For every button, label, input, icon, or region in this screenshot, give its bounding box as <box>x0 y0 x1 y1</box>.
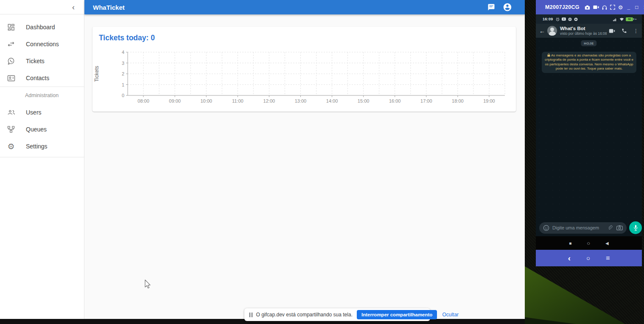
svg-text:Tickets: Tickets <box>94 66 100 82</box>
app-notification-icon <box>574 17 578 21</box>
app-title: WhaTicket <box>93 4 125 11</box>
contact-info[interactable]: What's Bot visto por último hoje às 16:0… <box>560 26 607 36</box>
sidebar-item-connections[interactable]: Connections <box>0 36 84 53</box>
date-chip: HOJE <box>581 40 596 46</box>
mirror-menu-button[interactable]: ≡ <box>606 255 610 262</box>
sidebar-item-settings[interactable]: ⚙ Settings <box>0 138 84 155</box>
screenshot-camera-icon[interactable] <box>585 5 590 10</box>
account-menu-button[interactable] <box>499 0 515 14</box>
sidebar-item-label: Tickets <box>26 58 45 64</box>
svg-text:16:00: 16:00 <box>389 98 401 103</box>
whatsapp-icon <box>6 56 16 66</box>
svg-text:3: 3 <box>122 61 124 66</box>
home-button[interactable]: ○ <box>587 240 590 246</box>
screen-share-bar: O gifcap.dev está compartilhando sua tel… <box>244 308 430 321</box>
app-notification-icon <box>568 17 572 21</box>
people-icon <box>6 108 16 117</box>
window-minimize-button[interactable]: _ <box>627 5 630 10</box>
sidebar-item-label: Queues <box>26 126 47 133</box>
svg-text:18:00: 18:00 <box>452 98 464 103</box>
svg-text:17:00: 17:00 <box>420 98 432 103</box>
message-input-pill[interactable] <box>539 222 627 234</box>
contact-card-icon <box>6 73 16 83</box>
sidebar-item-label: Contacts <box>26 75 49 81</box>
android-nav-bar: ■ ○ ◀ <box>536 236 642 250</box>
sidebar-divider <box>0 157 84 157</box>
sidebar-item-tickets[interactable]: Tickets <box>0 53 84 70</box>
emoji-icon[interactable] <box>543 225 549 231</box>
sidebar-item-queues[interactable]: Queues <box>0 121 84 138</box>
chat-icon <box>487 3 495 11</box>
sidebar-item-contacts[interactable]: Contacts <box>0 70 84 87</box>
android-status-bar: 16:09 60 + <box>536 14 642 24</box>
sidebar: ‹ Dashboard Connections Tickets Contacts <box>0 0 84 324</box>
window-maximize-button[interactable]: □ <box>635 5 638 10</box>
whatsapp-chat-header: ← What's Bot visto por último hoje às 16… <box>536 24 642 38</box>
sidebar-item-users[interactable]: Users <box>0 104 84 121</box>
svg-text:10:00: 10:00 <box>200 98 212 103</box>
svg-text:19:00: 19:00 <box>483 98 495 103</box>
chart-title: Tickets today: 0 <box>99 34 155 42</box>
signal-strength-icon <box>613 17 618 21</box>
voice-record-button[interactable] <box>629 221 642 234</box>
chat-area: HOJE As mensagens e as chamadas são prot… <box>536 38 642 236</box>
back-button[interactable]: ◀ <box>605 241 609 246</box>
svg-text:13:00: 13:00 <box>295 98 307 103</box>
svg-text:12:00: 12:00 <box>263 98 275 103</box>
pause-icon <box>249 313 252 317</box>
fullscreen-icon[interactable] <box>610 5 615 10</box>
wifi-icon <box>619 17 624 21</box>
svg-text:11:00: 11:00 <box>232 98 244 103</box>
collapse-sidebar-icon[interactable]: ‹ <box>72 3 75 11</box>
screen-record-icon[interactable] <box>593 5 599 9</box>
last-seen-status: visto por último hoje às 16:08 <box>560 31 607 36</box>
sidebar-item-label: Dashboard <box>26 24 55 31</box>
mirror-back-button[interactable]: ‹ <box>568 254 571 262</box>
voice-call-icon[interactable] <box>622 28 627 34</box>
sidebar-item-dashboard[interactable]: Dashboard <box>0 19 84 36</box>
more-options-icon[interactable]: ⋮ <box>633 28 638 34</box>
sidebar-item-label: Connections <box>26 41 59 47</box>
phone-screen: 16:09 60 + ← What's Bot visto por último… <box>536 14 642 266</box>
message-input-row <box>536 221 642 234</box>
mirror-control-bar: ‹ ○ ≡ <box>536 250 642 266</box>
svg-text:09:00: 09:00 <box>169 98 181 103</box>
dashboard-icon <box>6 22 16 32</box>
status-time: 16:09 <box>543 17 553 21</box>
svg-text:08:00: 08:00 <box>137 98 149 103</box>
tickets-chart: 0123408:0009:0010:0011:0012:0013:0014:00… <box>92 45 516 110</box>
share-message: O gifcap.dev está compartilhando sua tel… <box>256 312 353 318</box>
stop-sharing-button[interactable]: Interromper compartilhamento <box>357 310 437 319</box>
mirror-home-button[interactable]: ○ <box>586 255 590 261</box>
battery-icon: 60 <box>626 17 633 21</box>
sidebar-section-administration: Administration <box>0 87 84 104</box>
charging-icon: + <box>635 17 637 21</box>
encryption-notice[interactable]: As mensagens e as chamadas são protegida… <box>542 52 636 73</box>
svg-text:0: 0 <box>122 93 124 98</box>
tickets-chart-card: Tickets today: 0 0123408:0009:0010:0011:… <box>92 27 516 112</box>
svg-text:15:00: 15:00 <box>358 98 370 103</box>
back-arrow-icon[interactable]: ← <box>539 28 545 34</box>
app-bar: WhaTicket <box>84 0 525 14</box>
account-circle-icon <box>503 3 512 12</box>
video-call-icon[interactable] <box>609 29 615 33</box>
gear-icon: ⚙ <box>6 142 16 151</box>
attach-icon[interactable] <box>607 225 613 231</box>
alarm-icon <box>556 17 560 21</box>
audio-headphones-icon[interactable] <box>602 5 607 10</box>
svg-text:1: 1 <box>122 82 124 87</box>
phone-settings-gear-icon[interactable]: ⚙ <box>618 5 623 10</box>
sidebar-header: ‹ <box>0 0 84 14</box>
camera-icon[interactable] <box>616 225 623 230</box>
messages-button[interactable] <box>483 0 499 14</box>
svg-text:4: 4 <box>122 50 124 55</box>
sidebar-item-label: Settings <box>26 143 48 150</box>
main-content: Tickets today: 0 0123408:0009:0010:0011:… <box>84 14 525 324</box>
recents-button[interactable]: ■ <box>569 241 571 246</box>
phone-window-titlebar[interactable]: M2007J20CG ⚙ _ □ × <box>536 0 644 14</box>
hide-share-bar-link[interactable]: Ocultar <box>442 312 459 318</box>
youtube-notification-icon <box>562 17 566 21</box>
message-input[interactable] <box>552 225 607 230</box>
contact-avatar[interactable] <box>547 26 557 36</box>
svg-text:2: 2 <box>122 71 124 76</box>
